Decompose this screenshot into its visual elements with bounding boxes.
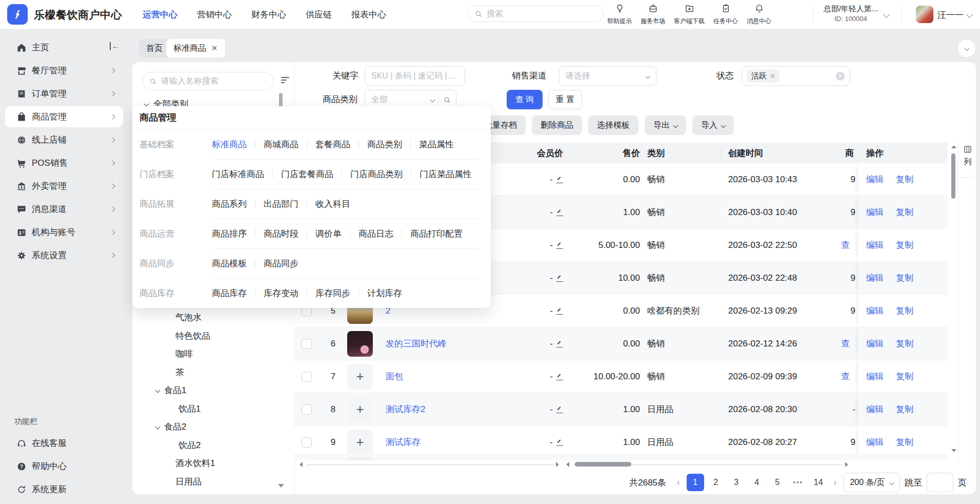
quick-action[interactable]: 客户端下载 <box>674 4 705 26</box>
mega-menu-link[interactable]: 商品同步 <box>264 258 298 269</box>
tree-item[interactable]: 食品1 <box>132 381 286 400</box>
mega-menu-link[interactable]: 调价单 <box>315 228 342 240</box>
query-button[interactable]: 查 询 <box>507 90 543 109</box>
page-number[interactable]: 1 <box>687 474 704 491</box>
row-action-link[interactable]: 复制 <box>896 305 913 317</box>
row-action-link[interactable]: 复制 <box>896 239 913 251</box>
category-sort-icon[interactable] <box>281 75 290 85</box>
row-action-link[interactable]: 复制 <box>896 272 913 284</box>
col-member-price[interactable]: 会员价 <box>518 147 563 159</box>
quick-action[interactable]: 消息中心 <box>747 4 771 26</box>
mega-menu-link[interactable]: 菜品属性 <box>419 139 454 150</box>
page-number[interactable]: 5 <box>769 474 786 491</box>
mega-menu-link[interactable]: 门店标准商品 <box>212 168 264 180</box>
sidebar-item[interactable]: 主页 <box>0 36 128 59</box>
product-name-link[interactable]: 发的三国时代峰 <box>386 339 447 348</box>
row-action-link[interactable]: 编辑 <box>866 338 884 350</box>
tree-item[interactable]: 气泡水 <box>132 308 286 327</box>
tree-item[interactable]: 茶 <box>132 363 286 382</box>
user-name[interactable]: 汪一一 <box>937 9 964 21</box>
status-select[interactable]: 活跃 ✕ ✕ <box>742 66 850 86</box>
sidebar-footer-item[interactable]: 在线客服 <box>0 432 128 455</box>
sidebar-item[interactable]: 外卖管理 <box>0 175 128 198</box>
category-search-input[interactable]: 请输入名称搜索 <box>143 72 274 90</box>
edit-price-icon[interactable] <box>556 208 563 216</box>
topnav-item[interactable]: 报表中心 <box>351 9 386 21</box>
topnav-item[interactable]: 供应链 <box>306 9 332 21</box>
sidebar-item[interactable]: 系统设置 <box>0 244 128 267</box>
col-price[interactable]: 售价 <box>563 147 640 159</box>
scroll-left-icon[interactable] <box>566 462 569 467</box>
vertical-scrollbar-thumb[interactable] <box>951 153 955 199</box>
sidebar-item[interactable]: POS销售 <box>0 151 128 175</box>
bulk-action-button[interactable]: 删除商品 <box>532 115 582 135</box>
sidebar-item[interactable]: 订单管理 <box>0 82 128 105</box>
horizontal-scrollbar[interactable] <box>132 460 976 468</box>
tree-item[interactable]: 特色饮品 <box>132 327 286 345</box>
edit-price-icon[interactable] <box>556 176 563 183</box>
bulk-action-button[interactable]: 导出 <box>645 115 686 135</box>
edit-price-icon[interactable] <box>556 340 563 347</box>
edit-price-icon[interactable] <box>556 438 563 446</box>
row-action-link[interactable]: 复制 <box>896 173 913 185</box>
tree-item[interactable]: 日用品 <box>132 473 286 491</box>
scroll-left-icon[interactable] <box>299 462 303 467</box>
col-category[interactable]: 类别 <box>640 147 721 159</box>
mega-menu-link[interactable]: 出品部门 <box>264 198 298 210</box>
row-action-link[interactable]: 编辑 <box>866 239 884 251</box>
add-image-button[interactable]: + <box>347 430 373 455</box>
row-action-link[interactable]: 复制 <box>896 403 913 415</box>
mega-menu-link[interactable]: 库存变动 <box>264 287 298 299</box>
row-action-link[interactable]: 编辑 <box>866 403 884 415</box>
sidebar-item[interactable]: 消息渠道 <box>0 198 128 221</box>
row-action-link[interactable]: 编辑 <box>866 305 884 317</box>
app-logo-icon[interactable] <box>7 4 28 25</box>
mega-menu-link[interactable]: 计划库存 <box>367 287 402 299</box>
mega-menu-link[interactable]: 商品打印配置 <box>410 228 463 240</box>
column-settings-button[interactable]: 列 <box>960 145 975 167</box>
bulk-action-button[interactable]: 导入 <box>692 115 734 135</box>
row-action-link[interactable]: 编辑 <box>866 272 884 284</box>
tree-item[interactable]: 饮品1 <box>132 400 286 418</box>
row-checkbox[interactable] <box>302 404 312 415</box>
row-checkbox[interactable] <box>302 339 312 349</box>
mega-menu-link[interactable]: 套餐商品 <box>315 139 350 150</box>
quick-action[interactable]: 帮助提示 <box>607 4 632 26</box>
scrollbar-thumb[interactable] <box>575 462 631 467</box>
tree-item[interactable]: 食品2 <box>132 418 286 436</box>
prev-page-icon[interactable]: ‹ <box>675 477 682 488</box>
tab-overflow-button[interactable] <box>958 40 975 57</box>
row-action-link[interactable]: 编辑 <box>866 206 884 218</box>
row-action-link[interactable]: 复制 <box>896 436 913 448</box>
page-number[interactable]: 3 <box>728 474 745 491</box>
mega-menu-link[interactable]: 库存同步 <box>315 287 350 299</box>
close-icon[interactable]: ✕ <box>211 44 218 53</box>
mega-menu-link[interactable]: 门店菜品属性 <box>419 168 472 180</box>
row-action-link[interactable]: 编辑 <box>866 173 884 185</box>
mega-menu-link[interactable]: 商品库存 <box>212 287 247 299</box>
bulk-action-button[interactable]: 选择模板 <box>588 115 638 135</box>
row-checkbox[interactable] <box>302 372 312 382</box>
tree-item[interactable]: 饮品2 <box>132 436 286 455</box>
sidebar-item[interactable]: 餐厅管理 <box>0 59 128 82</box>
tree-scroll-down-icon[interactable] <box>278 484 284 488</box>
quick-action[interactable]: 服务市场 <box>641 4 665 26</box>
reset-button[interactable]: 重 置 <box>548 90 582 109</box>
sidebar-item[interactable]: 线上店铺 <box>0 128 128 151</box>
tab-standard-product[interactable]: 标准商品 ✕ <box>166 39 225 57</box>
tab-home[interactable]: 首页 <box>139 39 170 57</box>
tree-item[interactable]: 咖啡 <box>132 345 286 363</box>
mega-menu-link[interactable]: 商城商品 <box>264 139 298 150</box>
mega-menu-link[interactable]: 门店套餐商品 <box>281 168 333 180</box>
channel-select[interactable]: 请选择 <box>559 66 656 86</box>
search-icon[interactable] <box>443 96 451 104</box>
scroll-right-icon[interactable] <box>845 462 848 467</box>
scroll-right-icon[interactable] <box>556 462 559 467</box>
product-image[interactable] <box>347 331 373 357</box>
page-number[interactable]: 4 <box>748 474 766 491</box>
org-switcher[interactable]: 总部/年轻人第... ID: 100004 <box>821 4 881 23</box>
global-search-input[interactable]: 搜索 <box>468 6 604 22</box>
page-number[interactable]: 2 <box>707 474 725 491</box>
scroll-up-icon[interactable] <box>951 145 956 148</box>
sidebar-item[interactable]: 商品管理 <box>0 105 128 128</box>
